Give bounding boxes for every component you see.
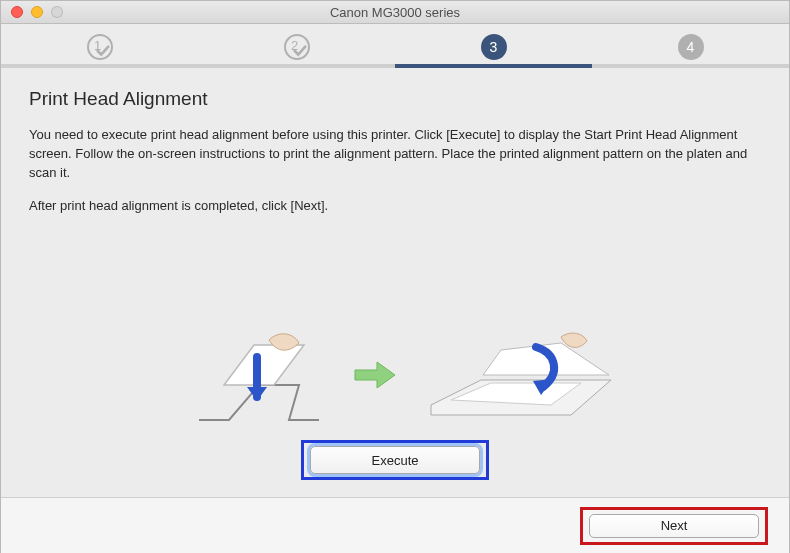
instruction-paragraph-2: After print head alignment is completed,… [29,197,761,216]
illustration-print [169,325,329,425]
step-indicator: 1 2 3 4 [1,30,789,68]
illustration-row [29,325,761,425]
page-title: Print Head Alignment [29,88,761,110]
illustration-scan [421,325,621,425]
instruction-paragraph-1: You need to execute print head alignment… [29,126,761,183]
next-button[interactable]: Next [589,514,759,538]
execute-button[interactable]: Execute [310,446,480,474]
arrow-right-icon [353,358,397,392]
highlight-execute: Execute [304,443,486,477]
step-2: 2 [198,30,395,68]
main-content: Print Head Alignment You need to execute… [1,68,789,477]
check-icon [293,44,307,58]
step-number: 4 [687,39,695,55]
check-icon [96,44,110,58]
step-4: 4 [592,30,789,68]
step-number: 3 [490,39,498,55]
step-1: 1 [1,30,198,68]
window-titlebar: Canon MG3000 series [1,1,789,24]
window-title: Canon MG3000 series [1,5,789,20]
highlight-next: Next [583,510,765,542]
step-3: 3 [395,30,592,68]
footer-bar: Next [1,497,789,553]
